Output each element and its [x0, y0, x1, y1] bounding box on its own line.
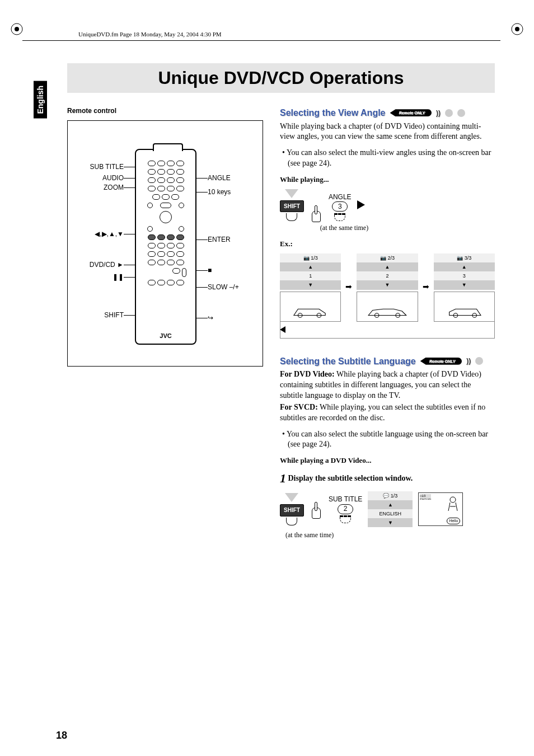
page-number: 18	[56, 730, 67, 741]
subtitle-para-svcd: For SVCD: While playing, you can select …	[280, 402, 495, 424]
subtitle-btn-label: SUB TITLE	[329, 495, 362, 504]
disc-indicator	[445, 109, 453, 117]
signal-icon: ))	[466, 356, 471, 365]
same-time-note: (at the same time)	[285, 530, 495, 539]
example-cell: 📷 1/3 ▲ 1 ▼	[280, 253, 341, 322]
speech-bubble: Hello	[447, 518, 460, 524]
crop-mark	[510, 22, 524, 36]
angle-btn-label: ANGLE	[329, 192, 352, 201]
callout-return: ↪	[208, 314, 213, 322]
page-title: Unique DVD/VCD Operations	[67, 68, 495, 88]
osd-top: 1/3	[391, 493, 398, 499]
same-time-note: (at the same time)	[280, 223, 409, 232]
arrow-right-icon: ➡	[423, 282, 429, 293]
callout-shift: SHIFT	[68, 311, 124, 319]
svg-point-1	[15, 27, 19, 31]
shift-button-label: SHIFT	[280, 504, 304, 516]
car-illustration	[280, 292, 341, 322]
callout-audio: AUDIO	[68, 174, 124, 182]
hand-press-icon	[310, 501, 323, 518]
callout-slow: SLOW –/+	[208, 283, 239, 291]
press-arrow-icon	[285, 189, 298, 198]
while-playing-dvd-label: While playing a DVD Video...	[280, 456, 495, 466]
angle-bullet: • You can also select the multi-view ang…	[282, 148, 495, 169]
section-angle-heading: Selecting the View Angle Remote ONLY ))	[280, 107, 495, 119]
callout-tenkeys: 10 keys	[208, 188, 231, 196]
example-cell: 📷 2/3 ▲ 2 ▼	[357, 253, 418, 322]
arrow-right-icon	[357, 200, 365, 209]
ex-bottom: 3	[434, 271, 495, 280]
disc-indicator	[475, 357, 483, 365]
example-row: 📷 1/3 ▲ 1 ▼ ➡ 📷 2/3 ▲ 2 ▼	[280, 253, 495, 322]
ex-bottom: 2	[357, 271, 418, 280]
remote-only-badge: Remote ONLY	[420, 358, 462, 365]
angle-number-button: 3	[332, 201, 348, 212]
angle-paragraph: While playing back a chapter (of DVD Vid…	[280, 121, 495, 143]
callout-dvdcd: DVD/CD ►	[68, 261, 124, 269]
signal-icon: ))	[436, 109, 441, 118]
tv-illustration: □1/3ENGLISH Hello	[418, 492, 463, 526]
ex-top: 2/3	[387, 255, 395, 261]
remote-only-badge: Remote ONLY	[390, 109, 432, 116]
for-svcd-label: For SVCD:	[280, 403, 318, 411]
ex-label: Ex.:	[280, 239, 495, 249]
remote-body: JVC	[135, 149, 196, 345]
ex-top: 1/3	[311, 255, 318, 261]
step-number: 1	[280, 471, 286, 485]
cycle-arrow-box	[280, 322, 495, 339]
callout-cursor: ◀,▶,▲,▼	[68, 230, 124, 238]
subtitle-bullet: • You can also select the subtitle langu…	[282, 429, 495, 450]
ex-bottom: 1	[280, 271, 341, 280]
shift-button-label: SHIFT	[280, 200, 304, 213]
callout-enter: ENTER	[208, 236, 231, 243]
press-arrow-icon	[285, 493, 298, 502]
callout-zoom: ZOOM	[68, 184, 124, 191]
section-subtitle-title: Selecting the Subtitle Language	[280, 355, 416, 368]
for-dvd-label: For DVD Video:	[280, 370, 335, 378]
step-1: 1 Display the subtitle selection window.	[280, 470, 495, 487]
svg-point-3	[515, 27, 519, 31]
hand-press-icon	[310, 204, 323, 221]
while-playing-label: While playing...	[280, 175, 495, 185]
callout-subtitle: SUB TITLE	[68, 163, 124, 171]
osd-bottom: ENGLISH	[368, 509, 413, 518]
page-title-bar: Unique DVD/VCD Operations	[67, 63, 495, 93]
remote-box-title: Remote control	[67, 107, 263, 115]
callout-angle: ANGLE	[208, 174, 231, 182]
remote-diagram: SUB TITLE AUDIO ZOOM ◀,▶,▲,▼ DVD/CD ► ❚❚…	[67, 120, 263, 367]
section-subtitle-heading: Selecting the Subtitle Language Remote O…	[280, 355, 495, 368]
subtitle-para-dvd: For DVD Video: While playing back a chap…	[280, 369, 495, 401]
callout-stop: ■	[208, 266, 212, 274]
step-text: Display the subtitle selection window.	[288, 474, 413, 482]
arrow-right-icon: ➡	[345, 282, 352, 293]
subtitle-number-button: 2	[338, 504, 353, 514]
disc-indicator	[457, 109, 465, 117]
car-illustration	[357, 292, 418, 322]
section-angle-title: Selecting the View Angle	[280, 107, 386, 119]
subtitle-osd: 💬 1/3 ▲ ENGLISH ▼	[368, 491, 413, 528]
running-header: UniqueDVD.fm Page 18 Monday, May 24, 200…	[22, 0, 500, 41]
crop-mark	[10, 22, 24, 36]
car-illustration	[434, 292, 495, 322]
example-cell: 📷 3/3 ▲ 3 ▼	[434, 253, 495, 322]
svg-point-10	[450, 497, 456, 503]
ex-top: 3/3	[465, 255, 472, 261]
remote-brand: JVC	[136, 332, 195, 339]
header-text: UniqueDVD.fm Page 18 Monday, May 24, 200…	[78, 31, 222, 37]
callout-pause: ❚❚	[68, 273, 124, 281]
